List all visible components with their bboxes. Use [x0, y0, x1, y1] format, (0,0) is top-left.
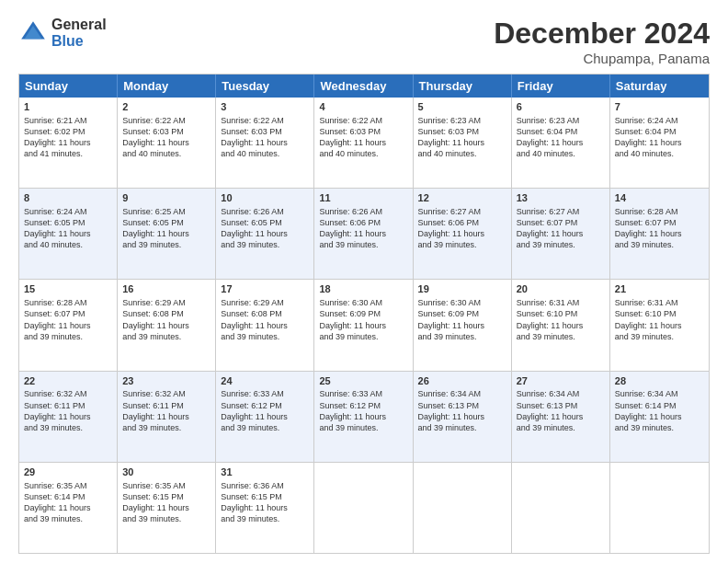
day-info: Sunset: 6:15 PM	[221, 491, 309, 502]
day-info: Daylight: 11 hours	[615, 411, 704, 422]
day-info: and 39 minutes.	[517, 239, 605, 250]
calendar-row: 15Sunrise: 6:28 AMSunset: 6:07 PMDayligh…	[19, 279, 709, 370]
calendar-cell: 5Sunrise: 6:23 AMSunset: 6:03 PMDaylight…	[414, 98, 512, 188]
day-number: 12	[418, 191, 506, 205]
day-info: Sunrise: 6:36 AM	[221, 480, 309, 491]
day-info: and 39 minutes.	[122, 422, 210, 433]
day-info: Sunset: 6:05 PM	[122, 217, 210, 228]
calendar-cell: 11Sunrise: 6:26 AMSunset: 6:06 PMDayligh…	[314, 189, 413, 279]
calendar-cell: 28Sunrise: 6:34 AMSunset: 6:14 PMDayligh…	[610, 372, 709, 462]
day-info: Daylight: 11 hours	[615, 320, 704, 331]
calendar-cell: 26Sunrise: 6:34 AMSunset: 6:13 PMDayligh…	[414, 372, 512, 462]
day-info: and 39 minutes.	[615, 422, 704, 433]
calendar-cell	[610, 463, 709, 553]
day-info: and 40 minutes.	[221, 148, 309, 159]
calendar-cell: 30Sunrise: 6:35 AMSunset: 6:15 PMDayligh…	[118, 463, 216, 553]
day-info: Sunrise: 6:22 AM	[319, 115, 407, 126]
day-number: 13	[517, 191, 605, 205]
calendar-header-cell: Tuesday	[216, 75, 314, 98]
day-info: and 39 minutes.	[517, 331, 605, 342]
day-number: 14	[615, 191, 704, 205]
day-number: 28	[615, 374, 704, 388]
day-info: and 39 minutes.	[319, 422, 407, 433]
logo-general: General	[51, 17, 107, 33]
day-info: Sunset: 6:11 PM	[24, 400, 112, 411]
day-info: and 39 minutes.	[24, 513, 112, 524]
day-info: Sunset: 6:07 PM	[615, 217, 704, 228]
logo-blue: Blue	[51, 33, 107, 50]
day-info: Daylight: 11 hours	[319, 411, 407, 422]
day-info: Sunrise: 6:24 AM	[24, 206, 112, 217]
calendar-cell: 14Sunrise: 6:28 AMSunset: 6:07 PMDayligh…	[610, 189, 709, 279]
header: General Blue December 2024 Chupampa, Pan…	[18, 17, 710, 66]
calendar-row: 29Sunrise: 6:35 AMSunset: 6:14 PMDayligh…	[19, 462, 709, 553]
calendar-header-cell: Thursday	[414, 75, 512, 98]
day-info: Daylight: 11 hours	[615, 228, 704, 239]
day-info: Sunset: 6:04 PM	[615, 126, 704, 137]
day-number: 27	[517, 374, 605, 388]
day-info: Sunset: 6:04 PM	[517, 126, 605, 137]
day-info: and 39 minutes.	[221, 239, 309, 250]
day-info: Sunset: 6:05 PM	[221, 217, 309, 228]
calendar-cell: 17Sunrise: 6:29 AMSunset: 6:08 PMDayligh…	[216, 280, 314, 370]
calendar-cell: 12Sunrise: 6:27 AMSunset: 6:06 PMDayligh…	[414, 189, 512, 279]
day-info: Sunrise: 6:23 AM	[517, 115, 605, 126]
calendar-cell: 23Sunrise: 6:32 AMSunset: 6:11 PMDayligh…	[118, 372, 216, 462]
day-info: Sunset: 6:08 PM	[221, 308, 309, 319]
day-info: and 39 minutes.	[615, 331, 704, 342]
day-info: Daylight: 11 hours	[319, 320, 407, 331]
day-number: 31	[221, 465, 309, 479]
day-info: Daylight: 11 hours	[24, 228, 112, 239]
day-info: Daylight: 11 hours	[122, 411, 210, 422]
day-number: 21	[615, 282, 704, 296]
day-info: Sunset: 6:14 PM	[24, 491, 112, 502]
day-info: Sunset: 6:07 PM	[24, 308, 112, 319]
day-info: and 39 minutes.	[517, 422, 605, 433]
calendar-cell: 21Sunrise: 6:31 AMSunset: 6:10 PMDayligh…	[610, 280, 709, 370]
calendar-cell: 13Sunrise: 6:27 AMSunset: 6:07 PMDayligh…	[512, 189, 610, 279]
day-info: and 39 minutes.	[418, 239, 506, 250]
calendar-row: 1Sunrise: 6:21 AMSunset: 6:02 PMDaylight…	[19, 98, 709, 188]
day-info: Sunrise: 6:21 AM	[24, 115, 112, 126]
day-info: Sunset: 6:07 PM	[517, 217, 605, 228]
day-number: 29	[24, 465, 112, 479]
day-info: Sunset: 6:02 PM	[24, 126, 112, 137]
calendar-header: SundayMondayTuesdayWednesdayThursdayFrid…	[19, 75, 709, 98]
day-info: Sunrise: 6:30 AM	[418, 297, 506, 308]
day-info: Sunset: 6:15 PM	[122, 491, 210, 502]
calendar-cell: 4Sunrise: 6:22 AMSunset: 6:03 PMDaylight…	[314, 98, 413, 188]
day-info: and 39 minutes.	[122, 513, 210, 524]
day-number: 2	[122, 100, 210, 114]
day-info: Sunrise: 6:34 AM	[517, 388, 605, 399]
day-info: Daylight: 11 hours	[418, 228, 506, 239]
day-info: Sunrise: 6:28 AM	[24, 297, 112, 308]
day-info: Sunrise: 6:23 AM	[418, 115, 506, 126]
calendar-cell	[512, 463, 610, 553]
day-number: 5	[418, 100, 506, 114]
day-info: Sunrise: 6:28 AM	[615, 206, 704, 217]
day-info: Daylight: 11 hours	[517, 228, 605, 239]
day-info: Daylight: 11 hours	[615, 137, 704, 148]
day-number: 9	[122, 191, 210, 205]
day-info: Daylight: 11 hours	[517, 411, 605, 422]
day-number: 4	[319, 100, 407, 114]
calendar-cell: 29Sunrise: 6:35 AMSunset: 6:14 PMDayligh…	[19, 463, 118, 553]
day-info: and 39 minutes.	[615, 239, 704, 250]
calendar-cell: 20Sunrise: 6:31 AMSunset: 6:10 PMDayligh…	[512, 280, 610, 370]
day-info: Sunrise: 6:35 AM	[24, 480, 112, 491]
day-info: Daylight: 11 hours	[24, 411, 112, 422]
day-info: Sunset: 6:03 PM	[122, 126, 210, 137]
day-number: 30	[122, 465, 210, 479]
day-info: and 40 minutes.	[122, 148, 210, 159]
calendar-cell: 3Sunrise: 6:22 AMSunset: 6:03 PMDaylight…	[216, 98, 314, 188]
day-number: 8	[24, 191, 112, 205]
day-number: 23	[122, 374, 210, 388]
calendar-cell	[414, 463, 512, 553]
day-info: Sunset: 6:12 PM	[221, 400, 309, 411]
day-info: Sunrise: 6:31 AM	[517, 297, 605, 308]
day-number: 24	[221, 374, 309, 388]
day-info: Sunset: 6:06 PM	[418, 217, 506, 228]
day-info: and 40 minutes.	[615, 148, 704, 159]
title-block: December 2024 Chupampa, Panama	[494, 17, 710, 66]
day-info: Sunset: 6:09 PM	[319, 308, 407, 319]
